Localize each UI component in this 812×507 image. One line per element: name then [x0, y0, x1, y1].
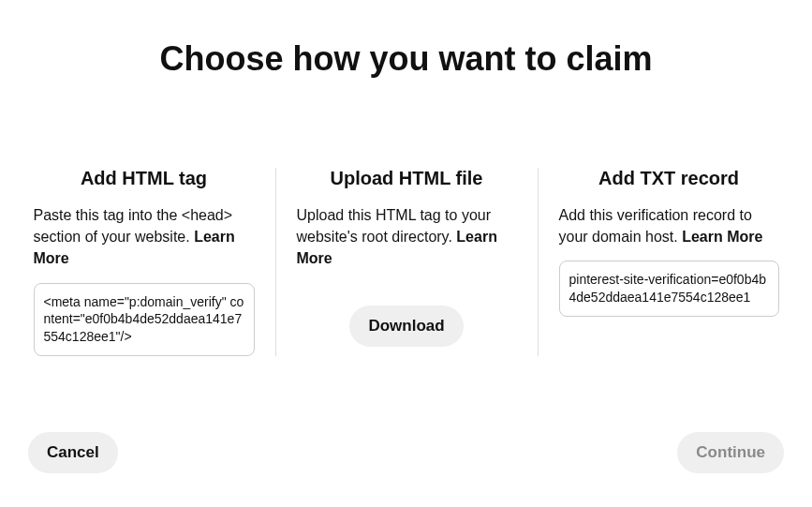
continue-button[interactable]: Continue [677, 432, 784, 473]
download-button[interactable]: Download [349, 306, 463, 347]
option-upload-file: Upload HTML file Upload this HTML tag to… [275, 168, 538, 356]
option-html-tag-description: Paste this tag into the <head> section o… [34, 204, 255, 270]
learn-more-link-txt[interactable]: Learn More [682, 229, 762, 245]
footer-actions: Cancel Continue [0, 432, 812, 473]
html-tag-code-box[interactable]: <meta name="p:domain_verify" content="e0… [34, 283, 255, 357]
txt-record-code-box[interactable]: pinterest-site-verification=e0f0b4b4de52… [559, 261, 779, 317]
claim-options: Add HTML tag Paste this tag into the <he… [0, 168, 812, 356]
cancel-button[interactable]: Cancel [28, 432, 118, 473]
option-txt-record: Add TXT record Add this verification rec… [538, 168, 800, 356]
page-heading: Choose how you want to claim [0, 39, 812, 79]
option-html-tag-title: Add HTML tag [34, 168, 255, 189]
option-txt-record-description: Add this verification record to your dom… [559, 204, 779, 247]
download-button-wrap: Download [297, 306, 517, 347]
option-upload-file-title: Upload HTML file [297, 168, 517, 189]
option-txt-record-title: Add TXT record [559, 168, 779, 189]
option-html-tag: Add HTML tag Paste this tag into the <he… [13, 168, 275, 356]
option-upload-file-description: Upload this HTML tag to your website's r… [297, 204, 517, 270]
